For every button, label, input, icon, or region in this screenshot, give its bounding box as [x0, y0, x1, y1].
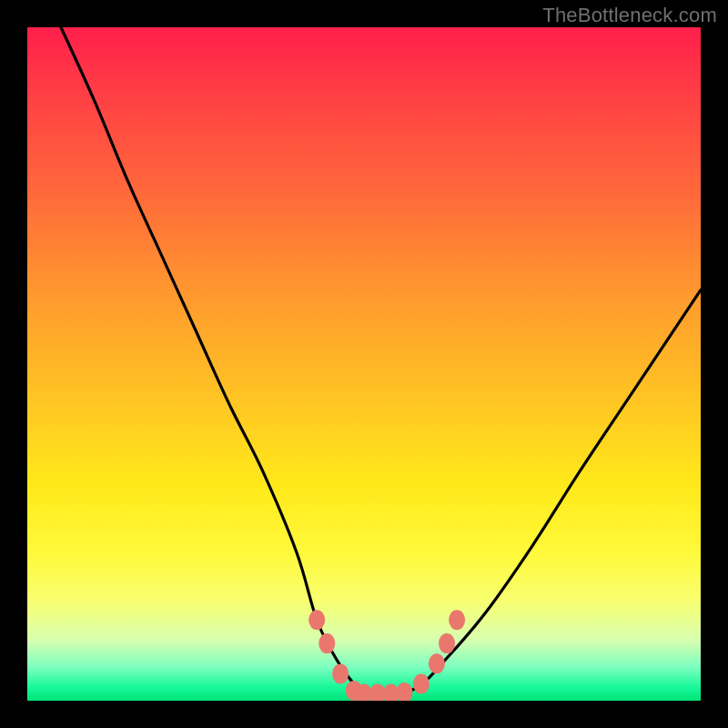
highlight-dot [332, 663, 349, 683]
highlight-dot [413, 674, 430, 694]
highlight-dot [318, 633, 335, 653]
highlight-dot [396, 682, 412, 701]
highlight-dots-group [308, 610, 465, 701]
plot-area [27, 27, 701, 701]
outer-black-frame: TheBottleneck.com [0, 0, 728, 728]
highlight-dot [308, 610, 325, 630]
highlight-dot [439, 633, 455, 653]
bottleneck-curve-line [61, 27, 701, 695]
highlight-dot [429, 653, 445, 673]
watermark-text: TheBottleneck.com [542, 4, 717, 27]
chart-svg [27, 27, 701, 701]
highlight-dot [449, 610, 465, 630]
